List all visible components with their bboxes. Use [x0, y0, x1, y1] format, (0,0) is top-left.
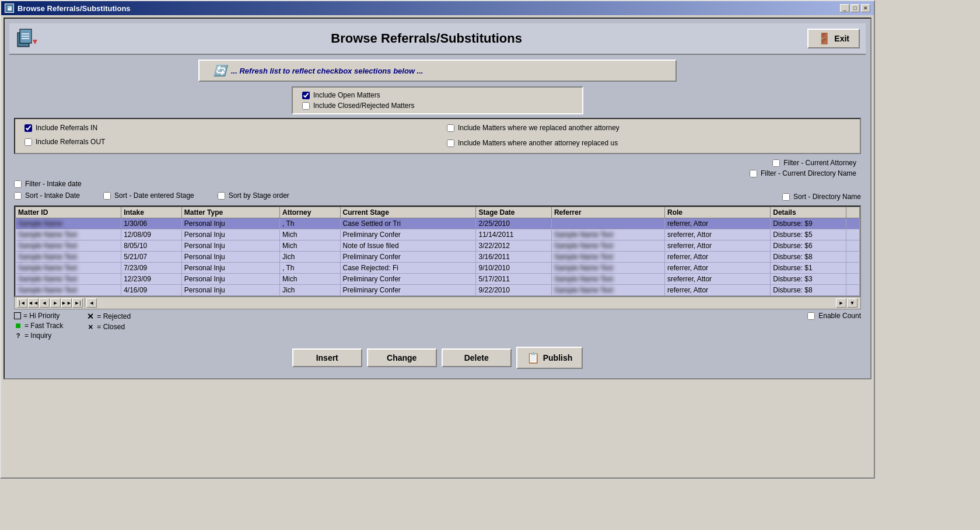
table-scroll-cell [846, 240, 859, 252]
sort-intake-label: Sort - Intake Date [25, 191, 80, 200]
col-stage-date: Stage Date [476, 207, 551, 218]
table-cell: 9/10/2010 [476, 263, 551, 274]
table-cell: Sample Name Text [551, 229, 664, 240]
table-cell: Sample Name Text [551, 274, 664, 285]
nav-first-button[interactable]: |◄ [17, 298, 27, 308]
table-cell: Disburse: $3 [771, 274, 846, 285]
action-buttons: Insert Change Delete 📋 Publish [9, 343, 866, 374]
publish-label: Publish [543, 353, 573, 362]
closed-label: = Closed [97, 323, 125, 331]
table-cell: Preliminary Confer [340, 285, 476, 296]
table-cell: 9/22/2010 [476, 285, 551, 296]
sort-directory-checkbox[interactable] [782, 193, 790, 201]
exit-icon: 🚪 [818, 32, 831, 45]
table-row[interactable]: Sample Name Text8/05/10Personal InjuMich… [16, 240, 860, 252]
nav-next-fast-button[interactable]: ►► [61, 298, 72, 308]
refresh-button[interactable]: 🔄 ... Refresh list to reflect checkbox s… [198, 60, 677, 82]
maximize-button[interactable]: □ [850, 4, 860, 12]
table-cell: , Th [279, 263, 340, 274]
replaced-another-label: Include Matters where we replaced anothe… [458, 124, 620, 132]
fast-track-label: = Fast Track [24, 322, 63, 330]
table-cell: 12/23/09 [121, 274, 182, 285]
hi-priority-label: = Hi Priority [23, 312, 60, 320]
enable-count-label: Enable Count [818, 312, 861, 320]
table-cell: sreferrer, Attor [665, 229, 771, 240]
table-row[interactable]: Sample Name Text5/21/07Personal InjuJich… [16, 252, 860, 263]
nav-last-button[interactable]: ►| [72, 298, 83, 308]
col-intake: Intake [121, 207, 182, 218]
referrals-in-checkbox[interactable] [24, 124, 32, 132]
table-cell: Sample Name Text [16, 274, 121, 285]
sort-stage-order-checkbox[interactable] [218, 192, 225, 200]
include-closed-checkbox[interactable] [302, 102, 310, 110]
table-cell: referrer, Attor [665, 252, 771, 263]
nav-prev-button[interactable]: ◄ [39, 298, 50, 308]
filter-intake-checkbox[interactable] [14, 180, 22, 188]
rejected-label: = Rejected [97, 312, 131, 320]
table-cell: referrer, Attor [665, 218, 771, 229]
legend-right: ✕ = Rejected × = Closed [86, 312, 131, 333]
table-row[interactable]: Sample Name1/30/06Personal Inju, ThCase … [16, 218, 860, 229]
table-cell: Personal Inju [181, 240, 279, 252]
publish-button[interactable]: 📋 Publish [516, 347, 583, 369]
minimize-button[interactable]: _ [840, 4, 849, 12]
svg-marker-5 [33, 40, 37, 44]
sort-intake-checkbox[interactable] [14, 192, 22, 200]
change-button[interactable]: Change [367, 348, 437, 367]
table-cell: Sample Name Text [16, 285, 121, 296]
referrals-out-label: Include Referrals OUT [36, 138, 105, 146]
nav-scroll-left-button[interactable]: ◄ [86, 298, 97, 308]
refresh-section: 🔄 ... Refresh list to reflect checkbox s… [9, 60, 866, 82]
table-row[interactable]: Sample Name Text4/16/09Personal InjuJich… [16, 285, 860, 296]
delete-button[interactable]: Delete [442, 348, 512, 367]
table-cell: Sample Name Text [16, 240, 121, 252]
app-icon [15, 27, 38, 50]
table-navigation: |◄ ◄◄ ◄ ► ►► ►| ◄ ► ▼ [14, 297, 861, 309]
nav-scroll-down-button[interactable]: ▼ [847, 298, 858, 308]
table-row[interactable]: Sample Name Text12/08/09Personal InjuMic… [16, 229, 860, 240]
nav-prev-fast-button[interactable]: ◄◄ [28, 298, 38, 308]
enable-count-checkbox[interactable] [807, 312, 815, 320]
table-cell: 5/17/2011 [476, 274, 551, 285]
table-cell: Sample Name Text [551, 285, 664, 296]
table-cell: Case Settled or Tri [340, 218, 476, 229]
table-cell: 3/16/2011 [476, 252, 551, 263]
table-cell: Sample Name [16, 218, 121, 229]
col-matter-id: Matter ID [16, 207, 121, 218]
table-cell: 4/16/09 [121, 285, 182, 296]
referrals-out-checkbox[interactable] [24, 138, 32, 146]
hi-priority-symbol [14, 312, 21, 319]
table-cell: Jich [279, 285, 340, 296]
table-cell: Case Rejected: Fi [340, 263, 476, 274]
closed-symbol: × [86, 322, 94, 332]
table-scroll-cell [846, 218, 859, 229]
exit-button[interactable]: 🚪 Exit [807, 29, 860, 48]
table-cell: Disburse: $8 [771, 285, 846, 296]
col-matter-type: Matter Type [181, 207, 279, 218]
table-cell: referrer, Attor [665, 285, 771, 296]
table-cell: Disburse: $6 [771, 240, 846, 252]
another-replaced-checkbox[interactable] [447, 140, 454, 147]
replaced-another-checkbox[interactable] [447, 124, 454, 132]
table-cell [551, 218, 664, 229]
table-cell: Disburse: $9 [771, 218, 846, 229]
table-row[interactable]: Sample Name Text7/23/09Personal Inju, Th… [16, 263, 860, 274]
table-row[interactable]: Sample Name Text12/23/09Personal InjuMic… [16, 274, 860, 285]
filter-directory-checkbox[interactable] [750, 170, 757, 177]
nav-scroll-right-button[interactable]: ► [836, 298, 846, 308]
close-button[interactable]: ✕ [861, 4, 870, 12]
publish-icon: 📋 [527, 351, 540, 364]
include-open-checkbox[interactable] [302, 92, 310, 99]
sort-stage-date-checkbox[interactable] [103, 192, 111, 200]
table-cell: Personal Inju [181, 263, 279, 274]
filter-attorney-checkbox[interactable] [772, 159, 780, 167]
legend-section: = Hi Priority ■ = Fast Track ? = Inquiry… [9, 309, 866, 343]
insert-button[interactable]: Insert [292, 348, 362, 367]
nav-next-button[interactable]: ► [50, 298, 61, 308]
sort-stage-order-label: Sort by Stage order [229, 191, 289, 200]
table-cell: Personal Inju [181, 229, 279, 240]
scroll-right-area: ► ▼ [836, 298, 858, 308]
inquiry-label: = Inquiry [24, 332, 51, 340]
fast-track-symbol: ■ [14, 321, 22, 330]
table-cell: Sample Name Text [16, 252, 121, 263]
